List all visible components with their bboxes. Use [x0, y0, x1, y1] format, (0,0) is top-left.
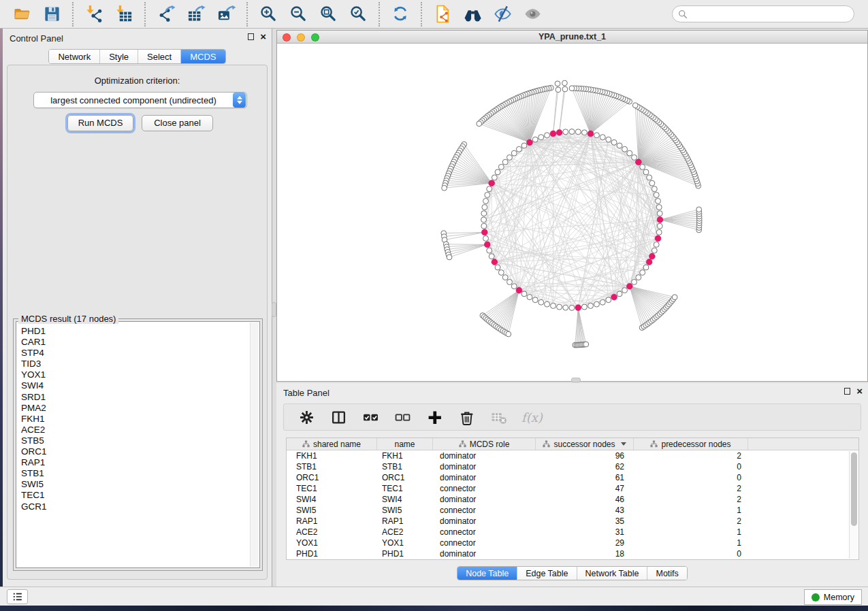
network-from-selection-icon[interactable] — [432, 4, 453, 24]
horizontal-splitter-handle[interactable] — [571, 378, 581, 382]
network-window-titlebar[interactable]: YPA_prune.txt_1 — [277, 31, 867, 44]
close-panel-icon[interactable]: × — [260, 33, 266, 40]
refresh-icon[interactable] — [390, 4, 411, 24]
cell: 2 — [634, 484, 748, 493]
mcds-result-item[interactable]: FKH1 — [21, 414, 259, 425]
column-header-successor-nodes[interactable]: successor nodes — [536, 438, 634, 450]
table-row[interactable]: ORC1ORC1dominator610 — [287, 472, 858, 483]
tab-network[interactable]: Network — [49, 50, 100, 63]
mcds-result-item[interactable]: ACE2 — [21, 425, 259, 435]
table-row[interactable]: SWI4SWI4dominator462 — [287, 494, 858, 505]
table-tab-network-table[interactable]: Network Table — [577, 567, 648, 580]
cell: ACE2 — [377, 527, 433, 537]
mcds-result-item[interactable]: SWI5 — [21, 479, 259, 490]
mcds-result-item[interactable]: PHD1 — [21, 326, 259, 337]
table-row[interactable]: FKH1FKH1dominator962 — [287, 450, 858, 461]
column-header-shared-name[interactable]: shared name — [287, 438, 377, 450]
main-toolbar — [0, 0, 868, 29]
vertical-splitter-handle[interactable] — [272, 302, 276, 317]
export-network-icon[interactable] — [156, 4, 176, 24]
mcds-result-item[interactable]: CAR1 — [21, 337, 259, 348]
criterion-selected-value: largest connected component (undirected) — [34, 95, 233, 105]
zoom-window-button[interactable] — [311, 33, 319, 42]
memory-button[interactable]: Memory — [804, 589, 862, 605]
import-network-icon[interactable] — [84, 4, 104, 24]
mcds-result-item[interactable]: PMA2 — [21, 403, 259, 414]
mcds-result-item[interactable]: STB5 — [21, 435, 259, 446]
network-canvas[interactable] — [277, 44, 867, 381]
optimization-criterion-select[interactable]: largest connected component (undirected) — [33, 92, 247, 108]
zoom-fit-icon[interactable] — [318, 4, 338, 24]
control-panel-title: Control Panel — [10, 33, 63, 44]
close-panel-button[interactable]: Close panel — [142, 115, 213, 131]
mcds-result-item[interactable]: TID3 — [21, 359, 259, 369]
column-header-name[interactable]: name — [377, 438, 433, 450]
mcds-result-item[interactable]: RAP1 — [21, 457, 259, 468]
table-tabs: Node TableEdge TableNetwork TableMotifs — [276, 566, 868, 580]
export-image-icon[interactable] — [216, 4, 236, 24]
zoom-selected-icon[interactable] — [348, 4, 368, 24]
table-row[interactable]: PHD1PHD1dominator180 — [287, 548, 858, 559]
table-tab-motifs[interactable]: Motifs — [647, 567, 686, 580]
deselect-all-icon[interactable] — [393, 408, 411, 426]
minimize-window-button[interactable] — [297, 33, 305, 42]
tab-style[interactable]: Style — [100, 50, 138, 63]
float-table-panel-icon[interactable] — [844, 388, 850, 395]
mcds-result-item[interactable]: GCR1 — [21, 501, 259, 512]
mcds-result-item[interactable]: STP4 — [21, 348, 259, 359]
zoom-in-icon[interactable] — [258, 4, 278, 24]
column-header-predecessor-nodes[interactable]: predecessor nodes — [634, 438, 748, 450]
search-input[interactable] — [688, 7, 854, 21]
close-table-panel-icon[interactable]: × — [856, 388, 863, 395]
table-scrollbar[interactable] — [849, 451, 858, 559]
table-tab-edge-table[interactable]: Edge Table — [517, 567, 577, 580]
select-all-icon[interactable] — [361, 408, 379, 426]
table-row[interactable]: YOX1YOX1connector291 — [287, 538, 858, 548]
import-table-icon[interactable] — [114, 4, 134, 24]
run-mcds-button[interactable]: Run MCDS — [67, 115, 133, 131]
delete-icon[interactable] — [457, 408, 475, 426]
cell: 43 — [536, 506, 634, 515]
mcds-result-item[interactable]: TEC1 — [21, 490, 259, 501]
show-panels-button[interactable] — [7, 589, 28, 604]
mcds-result-list[interactable]: PHD1CAR1STP4TID3YOX1SWI4SRD1PMA2FKH1ACE2… — [16, 321, 260, 568]
tab-mcds[interactable]: MCDS — [181, 50, 225, 63]
cell: SWI4 — [377, 495, 433, 504]
zoom-out-icon[interactable] — [288, 4, 308, 24]
table-row[interactable]: SWI5SWI5connector431 — [287, 505, 858, 516]
column-header-MCDS-role[interactable]: MCDS role — [433, 438, 536, 450]
cell: FKH1 — [377, 451, 433, 461]
mcds-result-item[interactable]: STB1 — [21, 468, 259, 479]
result-list-scrollbar[interactable] — [250, 323, 259, 567]
cell: ORC1 — [287, 473, 377, 482]
optimization-criterion-label: Optimization criterion: — [7, 76, 267, 86]
table-row[interactable]: RAP1RAP1dominator352 — [287, 516, 858, 527]
cell: SWI4 — [287, 495, 377, 504]
export-table-icon[interactable] — [186, 4, 206, 24]
add-icon[interactable] — [425, 408, 443, 426]
save-icon[interactable] — [42, 4, 62, 24]
close-window-button[interactable] — [283, 33, 291, 42]
settings-icon[interactable] — [298, 408, 315, 426]
network-graph[interactable] — [277, 44, 867, 381]
table-row[interactable]: STB1STB1dominator620 — [287, 461, 858, 472]
mcds-result-item[interactable]: ORC1 — [21, 446, 259, 457]
table-row[interactable]: TEC1TEC1connector472 — [287, 483, 858, 494]
float-panel-icon[interactable] — [248, 33, 254, 40]
find-icon[interactable] — [462, 4, 483, 24]
mcds-result-item[interactable]: SWI4 — [21, 380, 259, 391]
table-tab-node-table[interactable]: Node Table — [457, 567, 517, 580]
cell: 61 — [536, 473, 634, 482]
hide-selected-icon[interactable] — [492, 4, 513, 24]
delete-table-icon — [489, 408, 507, 426]
tab-select[interactable]: Select — [138, 50, 181, 63]
folder-open-icon[interactable] — [12, 4, 32, 24]
mcds-result-item[interactable]: YOX1 — [21, 369, 259, 380]
cell: 35 — [536, 516, 634, 526]
show-columns-icon[interactable] — [329, 408, 347, 426]
search-box[interactable] — [672, 5, 854, 22]
table-row[interactable]: ACE2ACE2connector311 — [287, 527, 858, 538]
table-scrollbar-thumb[interactable] — [851, 452, 857, 526]
status-bar: Memory — [0, 587, 868, 606]
mcds-result-item[interactable]: SRD1 — [21, 392, 259, 403]
